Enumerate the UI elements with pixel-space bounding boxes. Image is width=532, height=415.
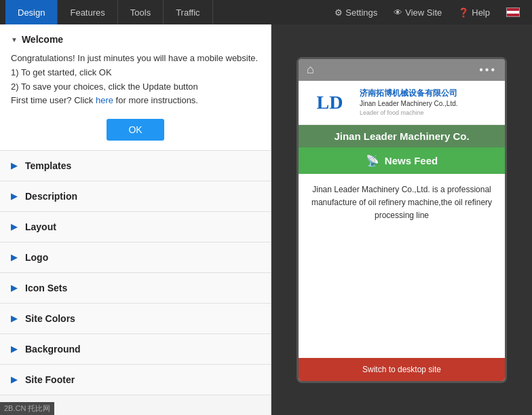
phone-mockup: ⌂ ••• LD 济南拓博机械设备有限公司 Jinan Leader Machi… bbox=[297, 57, 507, 383]
sidebar-menu: ▶ Templates ▶ Description ▶ Layout ▶ Log… bbox=[0, 151, 271, 395]
top-tabs: Design Features Tools Traffic bbox=[5, 0, 213, 24]
logo-text: 济南拓博机械设备有限公司 Jinan Leader Machinery Co.,… bbox=[360, 88, 458, 117]
welcome-title: Welcome bbox=[22, 34, 63, 45]
company-name-en: Jinan Leader Machinery Co.,Ltd. bbox=[360, 99, 458, 109]
phone-logo-area: LD 济南拓博机械设备有限公司 Jinan Leader Machinery C… bbox=[299, 81, 505, 125]
help-button[interactable]: ❓ Help bbox=[451, 5, 497, 20]
sidebar-item-logo[interactable]: ▶ Logo bbox=[0, 242, 271, 273]
welcome-body: Congratulations! In just minutes you wil… bbox=[11, 52, 260, 108]
news-feed-button[interactable]: 📡 News Feed bbox=[299, 147, 505, 174]
here-link[interactable]: here bbox=[96, 95, 113, 105]
chevron-right-icon: ▶ bbox=[11, 344, 17, 354]
left-panel: ▼ Welcome Congratulations! In just minut… bbox=[0, 24, 271, 415]
help-icon: ❓ bbox=[458, 7, 469, 18]
chevron-right-icon: ▶ bbox=[11, 375, 17, 384]
chevron-right-icon: ▶ bbox=[11, 222, 17, 232]
sidebar-item-templates[interactable]: ▶ Templates bbox=[0, 151, 271, 181]
tab-tools[interactable]: Tools bbox=[118, 0, 164, 24]
sidebar-item-icon-sets[interactable]: ▶ Icon Sets bbox=[0, 273, 271, 304]
desktop-switch-button[interactable]: Switch to desktop site bbox=[299, 358, 505, 381]
main-layout: ▼ Welcome Congratulations! In just minut… bbox=[0, 24, 532, 415]
logo-box: LD bbox=[307, 86, 353, 119]
top-right-buttons: ⚙ Settings 👁 View Site ❓ Help bbox=[328, 5, 527, 20]
right-panel: ⌂ ••• LD 济南拓博机械设备有限公司 Jinan Leader Machi… bbox=[271, 24, 532, 415]
chevron-right-icon: ▶ bbox=[11, 283, 17, 293]
welcome-line2: 1) To get started, click OK bbox=[11, 66, 260, 80]
sidebar-item-site-footer[interactable]: ▶ Site Footer bbox=[0, 365, 271, 395]
welcome-line1: Congratulations! In just minutes you wil… bbox=[11, 52, 260, 66]
company-banner: Jinan Leader Machinery Co. bbox=[299, 125, 505, 147]
language-button[interactable] bbox=[499, 5, 527, 20]
sidebar-item-layout[interactable]: ▶ Layout bbox=[0, 212, 271, 242]
sidebar-item-description[interactable]: ▶ Description bbox=[0, 181, 271, 212]
gear-icon: ⚙ bbox=[335, 7, 343, 18]
welcome-line4: First time user? Click here for more ins… bbox=[11, 94, 260, 108]
chevron-right-icon: ▶ bbox=[11, 253, 17, 262]
logo-subtext: Leader of food machine bbox=[360, 109, 458, 118]
news-feed-label: News Feed bbox=[385, 155, 438, 166]
sidebar-item-site-colors[interactable]: ▶ Site Colors bbox=[0, 304, 271, 334]
ok-button[interactable]: OK bbox=[107, 119, 164, 141]
phone-top-bar: ⌂ ••• bbox=[299, 59, 505, 81]
eye-icon: 👁 bbox=[394, 7, 402, 18]
tab-design[interactable]: Design bbox=[5, 0, 58, 24]
chevron-right-icon: ▶ bbox=[11, 192, 17, 201]
ok-btn-row: OK bbox=[11, 119, 260, 141]
collapse-icon: ▼ bbox=[11, 36, 18, 43]
rss-icon: 📡 bbox=[366, 154, 379, 167]
flag-icon bbox=[506, 7, 520, 17]
company-name-cn: 济南拓博机械设备有限公司 bbox=[360, 88, 458, 99]
settings-button[interactable]: ⚙ Settings bbox=[328, 5, 384, 20]
view-site-button[interactable]: 👁 View Site bbox=[387, 5, 449, 20]
tab-traffic[interactable]: Traffic bbox=[164, 0, 212, 24]
watermark: 2B.CN 托比网 bbox=[0, 402, 54, 415]
chevron-right-icon: ▶ bbox=[11, 314, 17, 323]
home-icon: ⌂ bbox=[307, 62, 314, 77]
chevron-right-icon: ▶ bbox=[11, 161, 17, 170]
logo-letters: LD bbox=[317, 92, 343, 113]
more-icon: ••• bbox=[479, 64, 497, 76]
sidebar-item-background[interactable]: ▶ Background bbox=[0, 334, 271, 365]
tab-features[interactable]: Features bbox=[58, 0, 117, 24]
top-bar: Design Features Tools Traffic ⚙ Settings… bbox=[0, 0, 532, 24]
phone-description: Jinan Leader Machinery Co.,Ltd. is a pro… bbox=[299, 174, 505, 358]
welcome-line3: 2) To save your choices, click the Updat… bbox=[11, 80, 260, 94]
welcome-section: ▼ Welcome Congratulations! In just minut… bbox=[0, 24, 271, 151]
welcome-header: ▼ Welcome bbox=[11, 34, 260, 45]
